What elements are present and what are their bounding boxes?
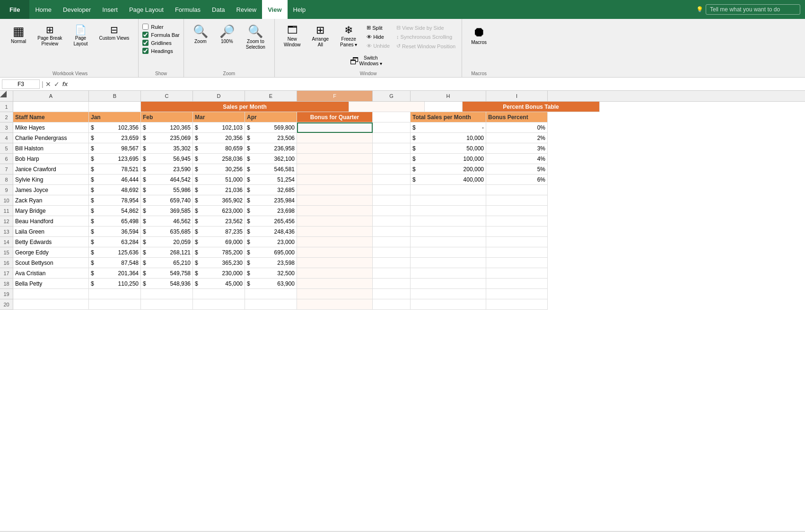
cell-c17[interactable]: $549,758 (141, 268, 193, 279)
cell-g20[interactable] (373, 299, 411, 310)
page-layout-menu[interactable]: Page Layout (123, 0, 169, 19)
cell-g10[interactable] (373, 195, 411, 206)
cell-f20[interactable] (297, 299, 373, 310)
cell-f10[interactable] (297, 195, 373, 206)
cell-f1[interactable] (349, 102, 425, 112)
cell-c7[interactable]: $23,590 (141, 164, 193, 174)
custom-views-button[interactable]: ⊟ Custom Views (94, 22, 135, 44)
col-header-i[interactable]: I (486, 91, 548, 101)
cell-d19[interactable] (193, 289, 245, 299)
cell-a19[interactable] (13, 289, 89, 299)
cell-d18[interactable]: $45,000 (193, 279, 245, 289)
unhide-button[interactable]: 👁 Unhide (364, 42, 392, 50)
cell-i2[interactable]: Bonus Percent (486, 112, 548, 122)
new-window-button[interactable]: 🗔 NewWindow (279, 22, 306, 50)
cell-d4[interactable]: $20,356 (193, 133, 245, 143)
cell-d3[interactable]: $102,103 (193, 122, 245, 133)
zoom-100-button[interactable]: 🔎 100% (214, 22, 240, 47)
cell-a11[interactable]: Mary Bridge (13, 206, 89, 216)
cell-g17[interactable] (373, 268, 411, 279)
cell-d2[interactable]: Mar (193, 112, 245, 122)
cell-b10[interactable]: $78,954 (89, 195, 141, 206)
cell-h13[interactable] (411, 227, 486, 237)
zoom-to-selection-button[interactable]: 🔍 Zoom toSelection (241, 22, 271, 52)
switch-windows-button[interactable]: 🗗 SwitchWindows ▾ (345, 53, 392, 69)
cell-e8[interactable]: $51,254 (245, 174, 297, 185)
help-menu[interactable]: Help (288, 0, 312, 19)
cell-e9[interactable]: $32,685 (245, 185, 297, 195)
cell-f16[interactable] (297, 258, 373, 268)
cell-h3[interactable]: $- (411, 122, 486, 133)
cell-c8[interactable]: $464,542 (141, 174, 193, 185)
cell-f9[interactable] (297, 185, 373, 195)
cell-h8[interactable]: $400,000 (411, 174, 486, 185)
col-header-e[interactable]: E (245, 91, 297, 101)
cell-i18[interactable] (486, 279, 548, 289)
cell-h15[interactable] (411, 247, 486, 258)
cell-f4[interactable] (297, 133, 373, 143)
cell-c5[interactable]: $35,302 (141, 143, 193, 154)
cell-a9[interactable]: James Joyce (13, 185, 89, 195)
cell-h14[interactable] (411, 237, 486, 247)
cell-c1[interactable]: Sales per Month (141, 102, 349, 112)
cell-a6[interactable]: Bob Harp (13, 154, 89, 164)
cell-f5[interactable] (297, 143, 373, 154)
cell-h12[interactable] (411, 216, 486, 227)
cell-h17[interactable] (411, 268, 486, 279)
cell-i19[interactable] (486, 289, 548, 299)
cell-h16[interactable] (411, 258, 486, 268)
cell-b6[interactable]: $123,695 (89, 154, 141, 164)
cell-b2[interactable]: Jan (89, 112, 141, 122)
cell-e16[interactable]: $23,598 (245, 258, 297, 268)
cell-e17[interactable]: $32,500 (245, 268, 297, 279)
cell-g18[interactable] (373, 279, 411, 289)
cell-f6[interactable] (297, 154, 373, 164)
cell-f7[interactable] (297, 164, 373, 174)
cell-i7[interactable]: 5% (486, 164, 548, 174)
cell-b7[interactable]: $78,521 (89, 164, 141, 174)
cell-c2[interactable]: Feb (141, 112, 193, 122)
cell-i6[interactable]: 4% (486, 154, 548, 164)
cell-i17[interactable] (486, 268, 548, 279)
cell-i15[interactable] (486, 247, 548, 258)
cell-d11[interactable]: $623,000 (193, 206, 245, 216)
cell-b11[interactable]: $54,862 (89, 206, 141, 216)
cell-e13[interactable]: $248,436 (245, 227, 297, 237)
macros-button[interactable]: ⏺ Macros (466, 22, 492, 48)
hide-button[interactable]: 👁 Hide (364, 33, 386, 41)
cell-a10[interactable]: Zack Ryan (13, 195, 89, 206)
page-break-preview-button[interactable]: ⊞ Page BreakPreview (32, 22, 67, 49)
gridlines-input[interactable] (142, 40, 149, 46)
cell-i9[interactable] (486, 185, 548, 195)
cell-h19[interactable] (411, 289, 486, 299)
cell-f17[interactable] (297, 268, 373, 279)
cell-a12[interactable]: Beau Handford (13, 216, 89, 227)
headings-input[interactable] (142, 48, 149, 54)
cell-d17[interactable]: $230,000 (193, 268, 245, 279)
cell-b8[interactable]: $46,444 (89, 174, 141, 185)
cell-h18[interactable] (411, 279, 486, 289)
cell-f12[interactable] (297, 216, 373, 227)
cell-b17[interactable]: $201,364 (89, 268, 141, 279)
cell-c12[interactable]: $46,562 (141, 216, 193, 227)
cell-i3[interactable]: 0% (486, 122, 548, 133)
view-menu[interactable]: View (262, 0, 287, 19)
cell-b13[interactable]: $36,594 (89, 227, 141, 237)
cell-h2[interactable]: Total Sales per Month (411, 112, 486, 122)
cell-e7[interactable]: $546,581 (245, 164, 297, 174)
cell-f11[interactable] (297, 206, 373, 216)
cell-e14[interactable]: $23,000 (245, 237, 297, 247)
cell-b16[interactable]: $87,548 (89, 258, 141, 268)
col-header-d[interactable]: D (193, 91, 245, 101)
cell-f14[interactable] (297, 237, 373, 247)
formulas-menu[interactable]: Formulas (169, 0, 206, 19)
cell-a13[interactable]: Laila Green (13, 227, 89, 237)
cell-f19[interactable] (297, 289, 373, 299)
ruler-checkbox[interactable]: Ruler (142, 24, 180, 30)
cell-g12[interactable] (373, 216, 411, 227)
cell-c3[interactable]: $120,365 (141, 122, 193, 133)
cell-h9[interactable] (411, 185, 486, 195)
cell-i20[interactable] (486, 299, 548, 310)
cell-e6[interactable]: $362,100 (245, 154, 297, 164)
page-layout-button[interactable]: 📄 PageLayout (69, 22, 93, 49)
